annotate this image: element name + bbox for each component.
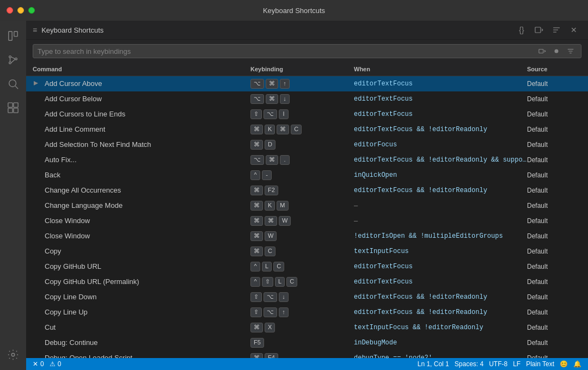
kbd-key: X [265, 323, 275, 332]
table-row[interactable]: Add Cursors to Line Ends⇧⌥IeditorTextFoc… [26, 107, 588, 122]
line-ending-status[interactable]: LF [511, 360, 523, 368]
kbd-key: M [277, 201, 288, 211]
filter-search-icon[interactable] [565, 46, 577, 56]
keybinding-cell: ⇧⌥↓ [250, 292, 354, 302]
record-keys-btn[interactable] [531, 24, 547, 36]
keyboard-search-icon[interactable] [536, 46, 548, 56]
record-search-icon[interactable] [550, 46, 562, 56]
command-cell: Copy Line Down [33, 293, 250, 301]
keybinding-cell: ⌘X [250, 323, 354, 332]
table-row[interactable]: Change All Occurrences⌘F2editorTextFocus… [26, 183, 588, 198]
table-row[interactable]: Add Cursor Above⌥⌘↑editorTextFocusDefaul… [26, 76, 588, 91]
notification-bell-icon[interactable]: 🔔 [571, 360, 584, 368]
open-keybindings-json-btn[interactable]: {} [514, 24, 529, 36]
table-row[interactable]: Close Window⌘⌘W—Default [26, 213, 588, 229]
close-panel-btn[interactable]: ✕ [566, 24, 581, 36]
kbd-key: ⌥ [264, 109, 277, 119]
table-row[interactable]: Add Line Comment⌘K⌘CeditorTextFocus && !… [26, 122, 588, 137]
encoding-status[interactable]: UTF-8 [487, 360, 510, 368]
kbd-key: ⌘ [250, 246, 263, 256]
command-label: Add Cursor Above [45, 79, 102, 88]
table-row[interactable]: Cut⌘XtextInputFocus && !editorReadonlyDe… [26, 320, 588, 335]
source-cell: Default [527, 339, 581, 347]
search-input[interactable] [38, 47, 532, 55]
sidebar-item-search[interactable] [2, 73, 24, 95]
close-window-btn[interactable] [7, 7, 13, 14]
source-cell: Default [527, 141, 581, 149]
language-mode-status[interactable]: Plain Text [524, 360, 556, 368]
table-row[interactable]: Copy Line Up⇧⌥↑editorTextFocus && !edito… [26, 305, 588, 320]
keybinding-cell: F5 [250, 338, 354, 348]
command-cell: Debug: Open Loaded Script [33, 354, 250, 358]
kbd-key: ⌘ [277, 125, 289, 134]
table-row[interactable]: Change Language Mode⌘KM—Default [26, 198, 588, 213]
table-row[interactable]: Add Selection To Next Find Match⌘Deditor… [26, 137, 588, 152]
search-bar-container [26, 40, 588, 63]
error-status[interactable]: ✕ 0 ⚠ 0 [30, 358, 63, 370]
command-label: Auto Fix... [45, 156, 77, 164]
sidebar-item-source-control[interactable] [2, 49, 24, 71]
svg-rect-12 [8, 108, 13, 113]
source-cell: Default [527, 232, 581, 240]
sort-btn[interactable] [549, 24, 564, 36]
svg-rect-1 [14, 32, 17, 36]
table-row[interactable]: Copy Line Down⇧⌥↓editorTextFocus && !edi… [26, 289, 588, 305]
when-cell: debugType == 'node2' [354, 354, 527, 359]
source-cell: Default [527, 354, 581, 359]
table-row[interactable]: Debug: Open Loaded Script⌘F4debugType ==… [26, 350, 588, 358]
command-cell: Auto Fix... [33, 156, 250, 164]
spaces-status[interactable]: Spaces: 4 [452, 360, 486, 368]
feedback-icon[interactable]: 😊 [558, 360, 570, 368]
command-label: Copy Line Down [45, 293, 96, 301]
table-row[interactable]: Add Cursor Below⌥⌘↓editorTextFocusDefaul… [26, 91, 588, 107]
svg-rect-21 [539, 50, 543, 53]
keybinding-cell: ⌘F2 [250, 186, 354, 195]
sidebar-item-settings[interactable] [2, 344, 24, 366]
table-row[interactable]: Copy GitHub URL^LCeditorTextFocusDefault [26, 259, 588, 274]
svg-line-6 [11, 57, 15, 59]
command-label: Add Line Comment [45, 125, 105, 133]
svg-point-3 [9, 62, 11, 64]
command-label: Change All Occurrences [45, 186, 121, 194]
svg-rect-13 [14, 108, 18, 113]
activity-bar-bottom [2, 344, 24, 366]
table-row[interactable]: Copy GitHub URL (Permalink)^⇧LCeditorTex… [26, 274, 588, 289]
when-cell: textInputFocus && !editorReadonly [354, 324, 527, 331]
kbd-key: - [262, 170, 272, 180]
table-row[interactable]: Back^-inQuickOpenDefault [26, 168, 588, 183]
column-header-source: Source [527, 66, 581, 72]
command-label: Add Cursors to Line Ends [45, 110, 125, 118]
table-row[interactable]: Debug: ContinueF5inDebugModeDefault [26, 335, 588, 350]
kbd-key: C [265, 246, 275, 256]
kbd-key: F5 [250, 338, 264, 348]
source-cell: Default [527, 110, 581, 118]
when-cell: editorTextFocus [354, 110, 527, 118]
table-row[interactable]: Close Window⌘W!editorIsOpen && !multiple… [26, 229, 588, 244]
svg-point-2 [9, 56, 11, 58]
error-icon: ✕ [33, 360, 38, 368]
kbd-key: ↑ [280, 79, 290, 89]
warning-icon: ⚠ [50, 360, 56, 368]
shortcuts-table[interactable]: Command Keybinding When Source Add Curso… [26, 63, 588, 358]
traffic-lights[interactable] [7, 7, 35, 14]
command-label: Cut [45, 323, 56, 331]
command-label: Copy [45, 247, 61, 255]
table-row[interactable]: Copy⌘CtextInputFocusDefault [26, 244, 588, 259]
command-cell: Copy GitHub URL (Permalink) [33, 278, 250, 286]
when-cell: editorFocus [354, 141, 527, 149]
kbd-key: K [265, 125, 275, 134]
cursor-position-status[interactable]: Ln 1, Col 1 [415, 360, 451, 368]
source-cell: Default [527, 324, 581, 331]
sidebar-item-extensions[interactable] [2, 97, 24, 119]
panel-title: Keyboard Shortcuts [41, 26, 103, 34]
table-header: Command Keybinding When Source [26, 63, 588, 76]
kbd-key: ⌘ [250, 140, 263, 150]
when-cell: editorTextFocus [354, 263, 527, 270]
table-row[interactable]: Auto Fix...⌥⌘.editorTextFocus && !editor… [26, 152, 588, 168]
maximize-window-btn[interactable] [28, 7, 35, 14]
keybinding-cell: ⌘K⌘C [250, 125, 354, 134]
when-cell: — [354, 202, 527, 209]
source-cell: Default [527, 80, 581, 88]
minimize-window-btn[interactable] [17, 7, 24, 14]
sidebar-item-explorer[interactable] [2, 25, 24, 47]
